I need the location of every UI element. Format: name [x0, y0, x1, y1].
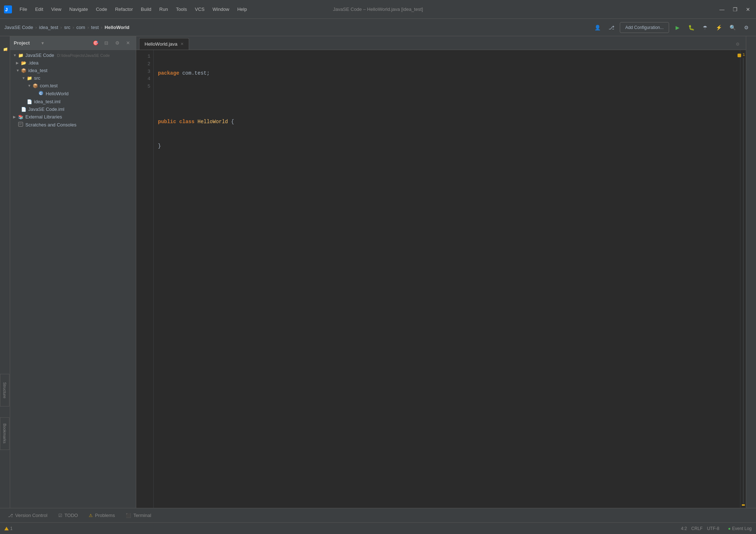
code-editor[interactable]: 1 2 3 4 5 package com.test; public class…	[136, 50, 746, 508]
code-content[interactable]: package com.test; public class HelloWorl…	[154, 50, 740, 508]
package-icon: 📦	[32, 83, 38, 88]
breadcrumb-com[interactable]: com	[76, 25, 85, 30]
tree-item-idea-test[interactable]: ▼ 📦 idea_test	[10, 67, 136, 74]
tree-label-project: JavaSE Code	[25, 53, 54, 58]
project-path: D:\IdeaProjects\JavaSE Code	[57, 53, 110, 58]
breadcrumb-test[interactable]: test	[91, 25, 99, 30]
panel-settings-button[interactable]: ⚙	[113, 39, 121, 47]
coverage-button[interactable]: ☂	[699, 22, 710, 33]
minimize-button[interactable]: —	[717, 4, 727, 14]
cursor-position[interactable]: 4:2	[681, 526, 687, 531]
warning-marker	[738, 54, 741, 57]
menu-view[interactable]: View	[47, 5, 65, 13]
run-button[interactable]: ▶	[672, 22, 683, 33]
menu-run[interactable]: Run	[156, 5, 172, 13]
tree-item-src[interactable]: ▼ 📁 src	[10, 74, 136, 82]
line-num-5: 5	[136, 83, 150, 91]
event-log-icon: ●	[728, 526, 731, 531]
menu-navigate[interactable]: Navigate	[66, 5, 91, 13]
tab-settings-button[interactable]: ⚙	[732, 39, 743, 50]
code-line-5	[158, 166, 736, 174]
account-button[interactable]: 👤	[592, 22, 603, 33]
menu-file[interactable]: File	[16, 5, 31, 13]
locate-file-button[interactable]: 🎯	[92, 39, 100, 47]
library-icon: 📚	[18, 114, 24, 120]
expand-arrow-idea: ▶	[16, 61, 20, 65]
event-log-section: ● Event Log	[728, 526, 752, 531]
tree-label-external-libraries: External Libraries	[25, 114, 62, 120]
settings-button[interactable]: ⚙	[741, 22, 752, 33]
tab-filename: HelloWorld.java	[145, 41, 177, 47]
bottom-tab-terminal[interactable]: ⬛ Terminal	[121, 510, 156, 521]
tree-item-project[interactable]: ▼ 📁 JavaSE Code D:\IdeaProjects\JavaSE C…	[10, 51, 136, 59]
bookmarks-panel-toggle[interactable]: Bookmarks	[0, 417, 9, 450]
menu-window[interactable]: Window	[209, 5, 233, 13]
expand-arrow-src: ▼	[22, 76, 25, 80]
search-button[interactable]: 🔍	[727, 22, 738, 33]
project-panel-toggle[interactable]: 📁	[0, 39, 10, 61]
menu-tools[interactable]: Tools	[172, 5, 191, 13]
menu-help[interactable]: Help	[234, 5, 251, 13]
line-num-2: 2	[136, 61, 150, 68]
event-log-button[interactable]: Event Log	[732, 526, 752, 531]
tree-label-idea: .idea	[28, 60, 38, 66]
nav-bar: JavaSE Code › idea_test › src › com › te…	[0, 19, 756, 36]
menu-vcs[interactable]: VCS	[191, 5, 208, 13]
breadcrumb-src[interactable]: src	[64, 25, 70, 30]
tree-item-iml-root[interactable]: ▶ 📄 JavaSE Code.iml	[10, 105, 136, 113]
breadcrumb-module[interactable]: idea_test	[39, 25, 58, 30]
app-icon: J	[3, 4, 13, 14]
encoding[interactable]: UTF-8	[707, 526, 719, 531]
tree-item-helloworld[interactable]: ▶ C HelloWorld	[10, 89, 136, 98]
scroll-warning-indicator	[742, 504, 745, 506]
tree-item-external-libraries[interactable]: ▶ 📚 External Libraries	[10, 113, 136, 121]
tab-close-button[interactable]: ✕	[180, 42, 184, 46]
code-line-4: }	[158, 142, 736, 150]
breadcrumb-sep-2: ›	[72, 25, 74, 30]
title-bar: J File Edit View Navigate Code Refactor …	[0, 0, 756, 19]
tree-label-iml-test: idea_test.iml	[34, 99, 60, 104]
tree-label-scratches: Scratches and Consoles	[25, 122, 76, 128]
close-button[interactable]: ✕	[743, 4, 753, 14]
breadcrumb-class[interactable]: HelloWorld	[105, 25, 129, 30]
expand-arrow-com-test: ▼	[28, 84, 31, 88]
panel-close-button[interactable]: ✕	[124, 39, 132, 47]
window-controls: — ❐ ✕	[717, 4, 753, 14]
maximize-button[interactable]: ❐	[730, 4, 740, 14]
iml-icon-test: 📄	[26, 99, 32, 104]
status-bar-left: 1	[4, 526, 677, 531]
tree-item-com-test[interactable]: ▼ 📦 com.test	[10, 82, 136, 89]
tree-label-src: src	[34, 75, 40, 81]
line-separator[interactable]: CRLF	[691, 526, 702, 531]
project-panel: Project ▼ 🎯 ⊟ ⚙ ✕ ▼ 📁 JavaSE Code D:\Ide…	[10, 36, 136, 508]
menu-code[interactable]: Code	[92, 5, 111, 13]
problems-tab-label: Problems	[95, 513, 115, 518]
vcs-widget-button[interactable]: ⎇	[606, 22, 617, 33]
bottom-tab-todo[interactable]: ☑ TODO	[53, 510, 83, 521]
line-num-1: 1	[136, 53, 150, 61]
menu-build[interactable]: Build	[137, 5, 155, 13]
src-folder-icon: 📁	[26, 76, 32, 81]
terminal-tab-icon: ⬛	[126, 513, 131, 518]
debug-button[interactable]: 🐛	[686, 22, 697, 33]
bottom-tab-problems[interactable]: ⚠ Problems	[84, 510, 120, 521]
tree-item-iml-test[interactable]: ▶ 📄 idea_test.iml	[10, 98, 136, 105]
menu-refactor[interactable]: Refactor	[112, 5, 137, 13]
project-tree: ▼ 📁 JavaSE Code D:\IdeaProjects\JavaSE C…	[10, 50, 136, 508]
tree-item-scratches[interactable]: ▶ Scratches and Consoles	[10, 121, 136, 129]
profile-button[interactable]: ⚡	[713, 22, 724, 33]
breadcrumb-sep-4: ›	[101, 25, 103, 30]
editor-tabs: HelloWorld.java ✕ ⚙	[136, 36, 746, 50]
tree-item-idea[interactable]: ▶ 📂 .idea	[10, 59, 136, 67]
add-configuration-button[interactable]: Add Configuration...	[620, 22, 669, 33]
menu-edit[interactable]: Edit	[32, 5, 47, 13]
structure-panel-toggle[interactable]: Structure	[0, 374, 9, 406]
editor-right-gutter: 1 ∧	[740, 50, 746, 508]
breadcrumb-sep-3: ›	[87, 25, 89, 30]
editor-tab-helloworld[interactable]: HelloWorld.java ✕	[139, 38, 189, 50]
collapse-all-button[interactable]: ⊟	[103, 39, 110, 47]
tree-label-iml-root: JavaSE Code.iml	[28, 107, 64, 112]
bottom-tab-vcs[interactable]: ⎇ Version Control	[3, 510, 53, 521]
breadcrumb-project[interactable]: JavaSE Code	[4, 25, 33, 30]
breadcrumb-sep-0: ›	[35, 25, 37, 30]
